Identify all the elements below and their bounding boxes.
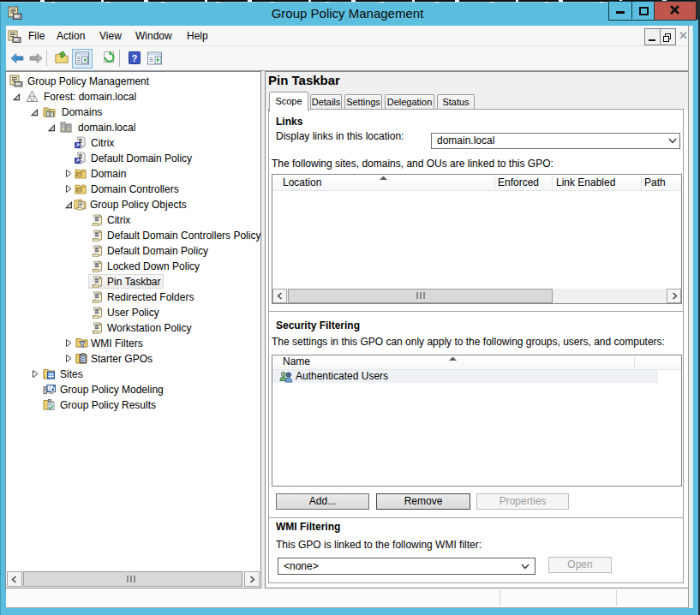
svg-text:?: ? xyxy=(132,53,138,63)
